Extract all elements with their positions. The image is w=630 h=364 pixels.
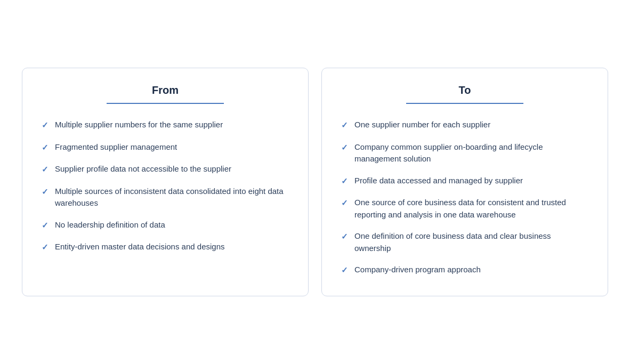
check-icon: ✓: [42, 142, 49, 154]
list-item: ✓One source of core business data for co…: [341, 197, 588, 221]
list-item: ✓Profile data accessed and managed by su…: [341, 175, 588, 188]
from-card-title: From: [42, 84, 289, 96]
from-item-list: ✓Multiple supplier numbers for the same …: [42, 119, 289, 254]
list-item: ✓One definition of core business data an…: [341, 230, 588, 254]
check-icon: ✓: [42, 186, 49, 198]
from-card-header: From: [42, 84, 289, 96]
check-icon: ✓: [42, 164, 49, 176]
list-item: ✓Entity-driven master data decisions and…: [42, 241, 289, 254]
item-text: Company common supplier on-boarding and …: [354, 141, 588, 165]
to-card-title: To: [341, 84, 588, 96]
item-text: One source of core business data for con…: [354, 197, 588, 221]
check-icon: ✓: [341, 119, 348, 132]
item-text: Entity-driven master data decisions and …: [55, 241, 225, 253]
check-icon: ✓: [42, 220, 49, 232]
item-text: Supplier profile data not accessible to …: [55, 163, 231, 175]
from-card: From ✓Multiple supplier numbers for the …: [22, 68, 309, 296]
to-card: To ✓One supplier number for each supplie…: [321, 68, 608, 296]
list-item: ✓Company-driven program approach: [341, 264, 588, 277]
from-card-divider: [107, 103, 224, 104]
item-text: No leadership definition of data: [55, 219, 165, 231]
list-item: ✓Company common supplier on-boarding and…: [341, 141, 588, 165]
item-text: One supplier number for each supplier: [354, 119, 490, 131]
item-text: Profile data accessed and managed by sup…: [354, 175, 523, 187]
main-container: From ✓Multiple supplier numbers for the …: [22, 68, 608, 296]
check-icon: ✓: [42, 119, 49, 132]
list-item: ✓No leadership definition of data: [42, 219, 289, 232]
to-card-divider: [406, 103, 523, 104]
check-icon: ✓: [341, 264, 348, 277]
check-icon: ✓: [341, 231, 348, 243]
check-icon: ✓: [42, 241, 49, 254]
check-icon: ✓: [341, 197, 348, 209]
to-item-list: ✓One supplier number for each supplier✓C…: [341, 119, 588, 277]
list-item: ✓Multiple sources of inconsistent data c…: [42, 185, 289, 209]
check-icon: ✓: [341, 142, 348, 154]
list-item: ✓Multiple supplier numbers for the same …: [42, 119, 289, 132]
list-item: ✓One supplier number for each supplier: [341, 119, 588, 132]
list-item: ✓Supplier profile data not accessible to…: [42, 163, 289, 176]
to-card-header: To: [341, 84, 588, 96]
item-text: One definition of core business data and…: [354, 230, 588, 254]
item-text: Fragmented supplier management: [55, 141, 177, 153]
item-text: Multiple supplier numbers for the same s…: [55, 119, 223, 131]
item-text: Multiple sources of inconsistent data co…: [55, 185, 289, 209]
list-item: ✓Fragmented supplier management: [42, 141, 289, 154]
item-text: Company-driven program approach: [354, 264, 481, 276]
check-icon: ✓: [341, 175, 348, 188]
